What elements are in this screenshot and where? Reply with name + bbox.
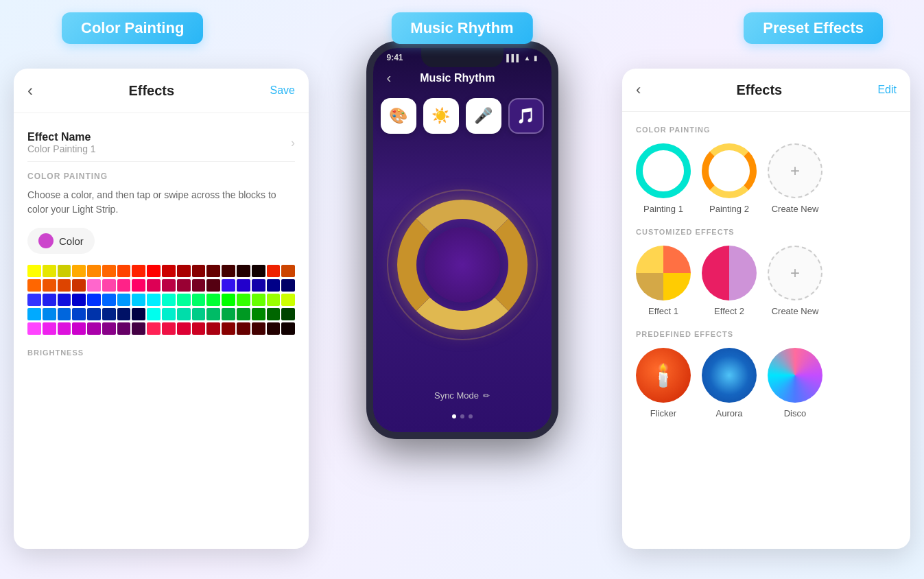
color-cell-1-16[interactable] [267, 279, 281, 292]
tab-mic[interactable]: 🎤 [466, 98, 501, 134]
color-cell-4-13[interactable] [222, 322, 235, 335]
color-cell-0-6[interactable] [117, 265, 131, 277]
create-new-effect-item[interactable]: + Create New [768, 246, 822, 316]
color-cell-1-4[interactable] [87, 279, 101, 292]
color-cell-2-14[interactable] [237, 294, 250, 306]
color-cell-3-3[interactable] [72, 308, 86, 320]
color-cell-0-14[interactable] [237, 265, 250, 277]
color-cell-1-9[interactable] [162, 279, 176, 292]
effect-name-row[interactable]: Effect Name Color Painting 1 › [27, 124, 295, 162]
color-cell-2-7[interactable] [132, 294, 145, 306]
color-cell-4-2[interactable] [58, 322, 71, 335]
color-cell-1-17[interactable] [281, 279, 295, 292]
color-cell-1-11[interactable] [192, 279, 206, 292]
color-cell-2-3[interactable] [72, 294, 86, 306]
color-cell-3-12[interactable] [206, 308, 220, 320]
color-cell-3-2[interactable] [58, 308, 71, 320]
color-cell-1-6[interactable] [117, 279, 131, 292]
painting-1-item[interactable]: Painting 1 [636, 143, 691, 214]
color-cell-0-16[interactable] [267, 265, 281, 277]
color-cell-4-16[interactable] [267, 322, 281, 335]
color-cell-4-5[interactable] [102, 322, 116, 335]
aurora-item[interactable]: Aurora [702, 348, 757, 418]
color-cell-0-3[interactable] [72, 265, 86, 277]
color-cell-2-1[interactable] [43, 294, 56, 306]
color-cell-3-8[interactable] [147, 308, 161, 320]
color-cell-4-7[interactable] [132, 322, 145, 335]
color-cell-3-15[interactable] [252, 308, 265, 320]
color-cell-1-8[interactable] [147, 279, 161, 292]
color-cell-0-4[interactable] [87, 265, 101, 277]
color-cell-3-4[interactable] [87, 308, 101, 320]
color-cell-1-10[interactable] [177, 279, 191, 292]
color-cell-1-2[interactable] [58, 279, 71, 292]
color-cell-4-6[interactable] [117, 322, 131, 335]
color-cell-1-5[interactable] [102, 279, 116, 292]
color-cell-1-15[interactable] [252, 279, 265, 292]
painting-2-item[interactable]: Painting 2 [702, 143, 757, 214]
disco-item[interactable]: Disco [768, 348, 822, 418]
color-cell-4-15[interactable] [252, 322, 265, 335]
create-new-painting-item[interactable]: + Create New [768, 143, 822, 214]
color-cell-2-12[interactable] [206, 294, 220, 306]
flicker-item[interactable]: 🕯️ Flicker [636, 348, 691, 418]
tab-brightness[interactable]: ☀️ [423, 98, 459, 134]
save-button[interactable]: Save [270, 84, 295, 97]
color-cell-3-0[interactable] [27, 308, 41, 320]
color-cell-4-9[interactable] [162, 322, 176, 335]
color-cell-2-17[interactable] [281, 294, 295, 306]
color-cell-0-1[interactable] [43, 265, 56, 277]
color-cell-4-12[interactable] [206, 322, 220, 335]
color-cell-3-6[interactable] [117, 308, 131, 320]
color-cell-2-6[interactable] [117, 294, 131, 306]
color-cell-3-1[interactable] [43, 308, 56, 320]
color-cell-0-11[interactable] [192, 265, 206, 277]
phone-back-button[interactable]: ‹ [387, 70, 392, 86]
back-button[interactable]: ‹ [27, 81, 33, 100]
color-cell-2-8[interactable] [147, 294, 161, 306]
effect-1-item[interactable]: Effect 1 [636, 246, 691, 316]
color-cell-2-5[interactable] [102, 294, 116, 306]
color-cell-2-16[interactable] [267, 294, 281, 306]
color-cell-3-16[interactable] [267, 308, 281, 320]
color-cell-2-0[interactable] [27, 294, 41, 306]
color-cell-1-14[interactable] [237, 279, 250, 292]
color-cell-4-11[interactable] [192, 322, 206, 335]
color-cell-2-15[interactable] [252, 294, 265, 306]
effect-2-item[interactable]: Effect 2 [702, 246, 757, 316]
color-cell-2-11[interactable] [192, 294, 206, 306]
color-cell-0-0[interactable] [27, 265, 41, 277]
color-cell-2-4[interactable] [87, 294, 101, 306]
color-cell-0-10[interactable] [177, 265, 191, 277]
color-cell-0-5[interactable] [102, 265, 116, 277]
right-back-button[interactable]: ‹ [636, 81, 641, 99]
color-cell-0-8[interactable] [147, 265, 161, 277]
color-cell-0-12[interactable] [206, 265, 220, 277]
color-cell-3-11[interactable] [192, 308, 206, 320]
color-cell-0-7[interactable] [132, 265, 145, 277]
color-cell-2-13[interactable] [222, 294, 235, 306]
color-cell-0-9[interactable] [162, 265, 176, 277]
color-cell-4-14[interactable] [237, 322, 250, 335]
color-cell-1-13[interactable] [222, 279, 235, 292]
color-cell-0-17[interactable] [281, 265, 295, 277]
tab-spotify[interactable]: 🎵 [508, 98, 544, 134]
color-cell-3-10[interactable] [177, 308, 191, 320]
color-cell-2-2[interactable] [58, 294, 71, 306]
color-cell-1-7[interactable] [132, 279, 145, 292]
tab-color[interactable]: 🎨 [381, 98, 416, 134]
color-cell-4-8[interactable] [147, 322, 161, 335]
color-cell-4-4[interactable] [87, 322, 101, 335]
color-cell-3-5[interactable] [102, 308, 116, 320]
color-cell-3-13[interactable] [222, 308, 235, 320]
color-cell-3-14[interactable] [237, 308, 250, 320]
color-cell-4-0[interactable] [27, 322, 41, 335]
color-cell-3-9[interactable] [162, 308, 176, 320]
color-cell-1-0[interactable] [27, 279, 41, 292]
color-picker-button[interactable]: Color [27, 228, 95, 254]
color-cell-2-10[interactable] [177, 294, 191, 306]
color-cell-1-1[interactable] [43, 279, 56, 292]
color-cell-1-3[interactable] [72, 279, 86, 292]
color-cell-4-3[interactable] [72, 322, 86, 335]
color-cell-1-12[interactable] [206, 279, 220, 292]
